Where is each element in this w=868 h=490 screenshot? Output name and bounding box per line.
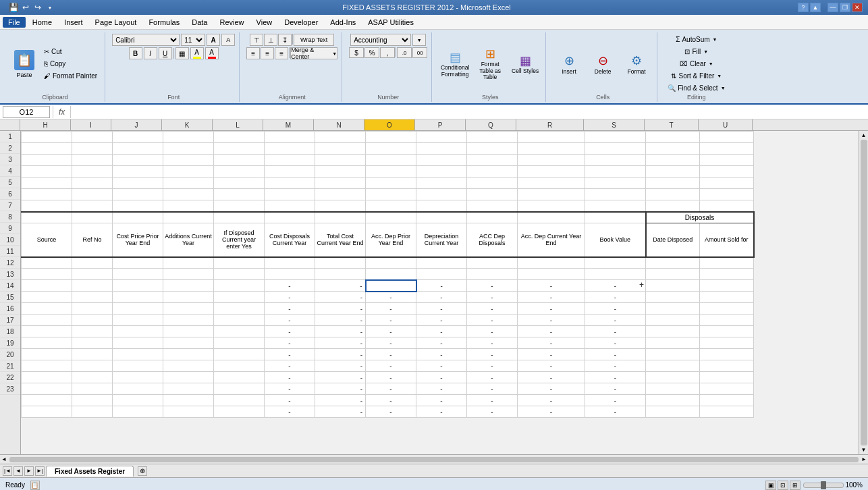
row-11[interactable]: 11 bbox=[0, 246, 20, 257]
cell-r12[interactable]: - bbox=[518, 280, 585, 292]
row-23[interactable]: 23 bbox=[0, 383, 20, 395]
sheet-nav-last[interactable]: ►| bbox=[35, 466, 45, 476]
cell[interactable] bbox=[366, 269, 416, 280]
cell[interactable] bbox=[467, 155, 518, 166]
cell[interactable] bbox=[265, 143, 315, 155]
cell[interactable] bbox=[700, 155, 754, 166]
restore-btn[interactable]: ❐ bbox=[840, 3, 850, 12]
vertical-scrollbar[interactable]: ▲ ▼ bbox=[859, 131, 868, 454]
cell-h12[interactable] bbox=[22, 280, 72, 292]
format-btn[interactable]: ⚙ Format bbox=[620, 47, 653, 82]
menu-file[interactable]: File bbox=[3, 17, 26, 28]
cell[interactable] bbox=[214, 257, 265, 269]
cell[interactable] bbox=[416, 166, 467, 178]
cell[interactable] bbox=[163, 257, 214, 269]
font-color-btn[interactable]: A bbox=[205, 47, 219, 59]
cell[interactable] bbox=[416, 257, 467, 269]
cell[interactable] bbox=[113, 143, 163, 155]
fill-btn[interactable]: ⊡ Fill ▼ bbox=[681, 46, 711, 57]
cell[interactable] bbox=[22, 200, 72, 212]
cell[interactable] bbox=[646, 269, 700, 280]
cell-n12[interactable]: - bbox=[265, 280, 315, 292]
cell[interactable] bbox=[467, 269, 518, 280]
scroll-up-btn[interactable]: ▲ bbox=[861, 132, 867, 138]
cell[interactable] bbox=[113, 178, 163, 189]
scroll-down-btn[interactable]: ▼ bbox=[861, 447, 867, 453]
col-J[interactable]: J bbox=[111, 119, 162, 130]
cell-s12[interactable]: - + bbox=[585, 280, 646, 292]
qa-save[interactable]: 💾 bbox=[8, 2, 19, 13]
cell[interactable] bbox=[366, 178, 416, 189]
window-controls[interactable]: ? ▲ — ❐ ✕ bbox=[798, 3, 863, 12]
num-format-dropdown[interactable]: ▼ bbox=[412, 34, 426, 46]
row-3[interactable]: 3 bbox=[0, 154, 20, 165]
font-size-select[interactable]: 11 bbox=[181, 34, 205, 46]
currency-btn[interactable]: $ bbox=[349, 47, 364, 58]
cell[interactable] bbox=[700, 257, 754, 269]
scroll-h-thumb[interactable] bbox=[9, 457, 859, 462]
cell[interactable] bbox=[518, 257, 585, 269]
col-I[interactable]: I bbox=[71, 119, 111, 130]
bottom-align-btn[interactable]: ↧ bbox=[278, 34, 292, 46]
cell[interactable] bbox=[585, 200, 646, 212]
cell-h8[interactable] bbox=[22, 212, 72, 223]
cell[interactable] bbox=[700, 189, 754, 200]
cell[interactable] bbox=[700, 132, 754, 143]
zoom-slider[interactable] bbox=[803, 483, 844, 488]
cell[interactable] bbox=[315, 189, 366, 200]
row-22[interactable]: 22 bbox=[0, 372, 20, 383]
number-format-select[interactable]: Accounting bbox=[350, 34, 411, 46]
cell[interactable] bbox=[113, 200, 163, 212]
cell[interactable] bbox=[416, 178, 467, 189]
cell-m8[interactable] bbox=[265, 212, 315, 223]
row-18[interactable]: 18 bbox=[0, 326, 20, 337]
menu-data[interactable]: Data bbox=[186, 17, 213, 28]
cell[interactable] bbox=[315, 257, 366, 269]
col-Q[interactable]: Q bbox=[466, 119, 516, 130]
col-R[interactable]: R bbox=[516, 119, 584, 130]
cell[interactable] bbox=[214, 166, 265, 178]
cell[interactable] bbox=[163, 166, 214, 178]
row-13[interactable]: 13 bbox=[0, 269, 20, 280]
cell[interactable] bbox=[518, 155, 585, 166]
col-header-amountsold[interactable]: Amount Sold for bbox=[700, 223, 754, 257]
delete-btn[interactable]: ⊖ Delete bbox=[587, 47, 619, 82]
cell-name-box[interactable] bbox=[3, 106, 50, 118]
qa-redo[interactable]: ↪ bbox=[32, 2, 43, 13]
row-10[interactable]: 10 bbox=[0, 234, 20, 246]
scroll-thumb[interactable] bbox=[861, 140, 867, 445]
cell[interactable] bbox=[585, 257, 646, 269]
minimize-btn[interactable]: — bbox=[828, 3, 838, 12]
cell[interactable] bbox=[163, 269, 214, 280]
col-K[interactable]: K bbox=[162, 119, 213, 130]
cell[interactable] bbox=[22, 166, 72, 178]
cell[interactable] bbox=[585, 132, 646, 143]
font-name-select[interactable]: Calibri bbox=[112, 34, 180, 46]
menu-home[interactable]: Home bbox=[27, 17, 57, 28]
cell[interactable] bbox=[585, 269, 646, 280]
center-align-btn[interactable]: ≡ bbox=[261, 47, 274, 59]
row-21[interactable]: 21 bbox=[0, 360, 20, 372]
col-header-costprice[interactable]: Cost Price Prior Year End bbox=[113, 223, 163, 257]
left-align-btn[interactable]: ≡ bbox=[246, 47, 260, 59]
cell[interactable] bbox=[646, 166, 700, 178]
cell[interactable] bbox=[366, 257, 416, 269]
cell[interactable] bbox=[22, 155, 72, 166]
insert-sheet-btn[interactable]: ⊕ bbox=[138, 466, 147, 476]
horizontal-scrollbar[interactable]: ◄ ► bbox=[0, 454, 868, 464]
cell[interactable] bbox=[113, 155, 163, 166]
cell[interactable] bbox=[265, 257, 315, 269]
menu-review[interactable]: Review bbox=[214, 17, 249, 28]
cell[interactable] bbox=[646, 178, 700, 189]
cell[interactable] bbox=[315, 178, 366, 189]
cell[interactable] bbox=[518, 178, 585, 189]
cell[interactable] bbox=[416, 200, 467, 212]
cell[interactable] bbox=[518, 132, 585, 143]
cell[interactable] bbox=[315, 200, 366, 212]
cell[interactable] bbox=[22, 132, 72, 143]
cell[interactable] bbox=[265, 269, 315, 280]
col-header-datedisposed[interactable]: Date Disposed bbox=[646, 223, 700, 257]
cell[interactable] bbox=[585, 178, 646, 189]
cell[interactable] bbox=[265, 189, 315, 200]
col-header-bookvalue[interactable]: Book Value bbox=[585, 223, 646, 257]
